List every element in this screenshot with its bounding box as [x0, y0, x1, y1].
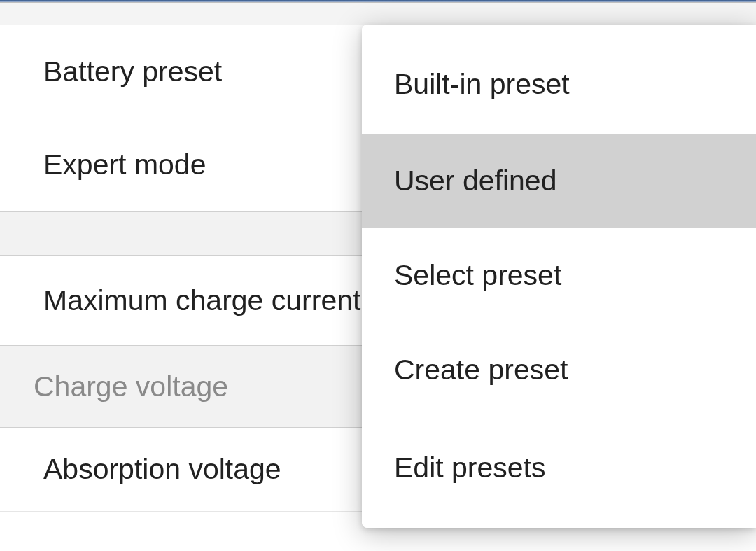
menu-item-select-preset[interactable]: Select preset [362, 228, 756, 323]
charge-voltage-header-label: Charge voltage [34, 370, 228, 403]
menu-item-user-defined-label: User defined [394, 165, 556, 197]
menu-item-builtin[interactable]: Built-in preset [362, 25, 756, 134]
preset-menu: Built-in preset User defined Select pres… [362, 25, 756, 528]
menu-item-create-preset[interactable]: Create preset [362, 323, 756, 417]
menu-item-builtin-label: Built-in preset [394, 68, 570, 101]
menu-item-edit-presets-label: Edit presets [394, 452, 546, 484]
menu-item-select-preset-label: Select preset [394, 259, 561, 292]
menu-item-user-defined[interactable]: User defined [362, 134, 756, 228]
top-gap [0, 3, 756, 25]
menu-item-edit-presets[interactable]: Edit presets [362, 417, 756, 528]
menu-item-create-preset-label: Create preset [394, 354, 568, 386]
